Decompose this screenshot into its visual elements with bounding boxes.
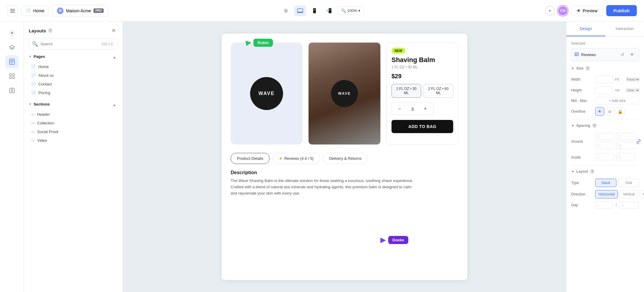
overflow-hidden-btn[interactable]: ⊘: [605, 107, 614, 116]
sidebar-item-collection[interactable]: ▭ Collection: [29, 119, 118, 127]
site-info[interactable]: M Maison Acme PRO: [52, 5, 108, 17]
qty-decrease-button[interactable]: −: [395, 105, 404, 113]
direction-vertical-btn[interactable]: Vertical: [620, 190, 638, 198]
sidebar-item-video[interactable]: ▭ Video: [29, 136, 118, 145]
pages-chevron: ▼: [29, 55, 32, 58]
size-option-1[interactable]: 1 FL OZ • 30 ML: [391, 84, 421, 98]
tablet-view-btn[interactable]: 📱: [309, 5, 321, 16]
nav-pages-icon[interactable]: [5, 55, 19, 68]
overflow-buttons: 👁 ⊘ 🔒: [595, 107, 625, 116]
height-input[interactable]: 50: [595, 86, 613, 94]
preview-button[interactable]: 👁 Preview: [571, 6, 603, 16]
inside-label: Inside: [571, 155, 595, 159]
topbar-center: 🖥 📱 📲 🔍 100% ▾: [280, 5, 364, 16]
inside-top-icon: ⬚: [597, 155, 600, 159]
width-row: Width 80 PX Fixed Fill Hug: [571, 76, 639, 83]
page-tab-label: Home: [33, 8, 44, 13]
nav-components-icon[interactable]: [5, 70, 19, 83]
svg-rect-4: [297, 12, 303, 13]
overflow-scroll-btn[interactable]: 🔒: [616, 107, 625, 116]
add-to-bag-button[interactable]: ADD TO BAG: [391, 120, 453, 133]
overflow-visible-btn[interactable]: 👁: [595, 107, 604, 116]
around-row: Around ⬚ 80 ⬚ 80 ⬚ 80 ⬚: [571, 133, 639, 150]
qty-increase-button[interactable]: +: [421, 105, 430, 113]
size-option-2[interactable]: 2 FL OZ • 60 ML: [424, 84, 453, 98]
laptop-view-btn[interactable]: [294, 5, 306, 16]
inside-inputs: ⬚ 4 ⬚ 0: [595, 153, 635, 160]
gap-col-input[interactable]: 40: [626, 203, 637, 207]
layout-info-icon: ?: [590, 169, 595, 174]
around-inputs: ⬚ 80 ⬚ 80 ⬚ 80 ⬚ 80: [595, 133, 635, 149]
section-icon-header: ▭: [31, 112, 35, 117]
sidebar-item-about[interactable]: 📄 About us: [29, 71, 118, 80]
around-top-input[interactable]: 80: [601, 134, 612, 139]
pages-section-title[interactable]: ▼ Pages: [29, 54, 45, 59]
svg-point-23: [616, 204, 617, 205]
mobile-view-btn[interactable]: 📲: [323, 5, 335, 16]
sidebar-item-home[interactable]: 📄 Home: [29, 62, 118, 71]
tab-reviews[interactable]: ★ Reviews (4.4 / 5): [273, 153, 320, 164]
jar-in-hand: WAVE: [331, 80, 358, 107]
gap-col-icon: ↔: [621, 203, 625, 207]
inside-right-input[interactable]: 0: [622, 155, 633, 159]
sidebar-item-pricing[interactable]: 📄 Pricing: [29, 88, 118, 97]
nav-add-icon[interactable]: [5, 26, 19, 40]
panel-tab-interaction[interactable]: Interaction: [605, 22, 644, 36]
pages-add-button[interactable]: +: [111, 55, 118, 61]
page-icon: 📄: [26, 8, 31, 13]
sidebar-item-contact[interactable]: 📄 Contact: [29, 80, 118, 88]
sidebar-header: Layouts ? ✕: [29, 26, 118, 35]
selected-item-name: Reviews: [581, 52, 616, 57]
sections-add-button[interactable]: +: [111, 102, 118, 109]
add-button[interactable]: +: [545, 6, 555, 16]
page-label-contact: Contact: [38, 82, 52, 86]
around-right-input[interactable]: 80: [622, 134, 633, 139]
around-bottom-input[interactable]: 80: [601, 143, 612, 147]
product-name: Shaving Balm: [391, 56, 453, 64]
desktop-view-btn[interactable]: 🖥: [280, 5, 292, 16]
pages-section-header: ▼ Pages +: [29, 54, 118, 61]
right-panel: Design Interaction Selected Reviews ↺ 👁 …: [566, 22, 644, 292]
width-mode-select[interactable]: Fixed Fill Hug: [626, 77, 640, 82]
width-input[interactable]: 80: [595, 76, 613, 83]
gap-row-input[interactable]: 40: [600, 203, 611, 207]
section-label-video: Video: [37, 138, 47, 143]
nav-layers-icon[interactable]: [5, 41, 19, 54]
inside-top-input[interactable]: 4: [601, 155, 612, 159]
publish-button[interactable]: Publish: [606, 5, 637, 16]
sidebar-item-social-proof[interactable]: ▭ Social Proof: [29, 127, 118, 136]
cursor-arrow-purple: ▶: [380, 236, 386, 244]
svg-point-18: [11, 89, 13, 91]
spacing-section-title: ▼ Spacing ?: [571, 123, 597, 128]
sidebar-item-header[interactable]: ▭ Header: [29, 110, 118, 119]
link-spacing-button[interactable]: [637, 138, 641, 145]
layout-stack-btn[interactable]: Stack: [595, 179, 616, 187]
topbar-right: + CH 👁 Preview Publish: [369, 5, 637, 16]
zoom-control[interactable]: 🔍 100% ▾: [337, 6, 364, 15]
visibility-button[interactable]: 👁: [628, 51, 636, 58]
height-mode-select[interactable]: View Fixed: [626, 88, 640, 92]
search-input[interactable]: [40, 42, 98, 46]
nav-assets-icon[interactable]: [5, 84, 19, 97]
product-image-2: WAVE: [309, 43, 380, 145]
user-avatar[interactable]: CH: [558, 6, 568, 16]
tab-delivery[interactable]: Delivery & Returns: [323, 153, 368, 164]
layout-grid-btn[interactable]: Grid: [618, 179, 640, 187]
search-bar[interactable]: 🔍 Ctrl + F: [29, 38, 118, 49]
cursor-doeke-label: Doeke: [388, 236, 408, 244]
tab-product-details[interactable]: Product Details: [231, 153, 270, 164]
page-tab[interactable]: 📄 Home: [22, 6, 49, 16]
add-direction-button[interactable]: +: [640, 190, 644, 198]
direction-horizontal-btn[interactable]: Horizontal: [595, 190, 618, 198]
spacing-info-icon: ?: [592, 123, 597, 128]
main-layout: Layouts ? ✕ 🔍 Ctrl + F ▼ Pages + 📄 Home: [0, 22, 644, 292]
gap-link: [615, 203, 617, 207]
add-size-button[interactable]: + Add size: [595, 97, 639, 104]
panel-tab-design[interactable]: Design: [566, 22, 605, 36]
sections-section-title[interactable]: ▼ Sections: [29, 102, 50, 106]
around-left-input[interactable]: 80: [622, 143, 633, 147]
gap-row: Gap ↕ 40 ↔ 40: [571, 201, 639, 209]
reset-button[interactable]: ↺: [619, 51, 626, 58]
menu-button[interactable]: [7, 5, 18, 16]
sidebar-close-button[interactable]: ✕: [109, 26, 118, 35]
